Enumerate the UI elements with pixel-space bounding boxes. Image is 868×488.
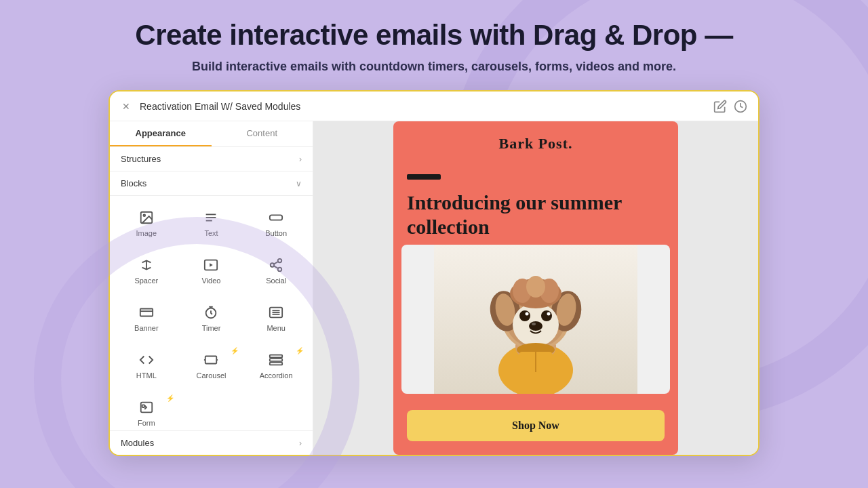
editor-titlebar: ✕ Reactivation Email W/ Saved Modules (110, 92, 758, 121)
form-label: Form (138, 419, 155, 427)
tab-content[interactable]: Content (212, 121, 313, 146)
svg-marker-9 (210, 263, 214, 267)
modules-label: Modules (121, 438, 154, 448)
banner-icon (139, 305, 154, 320)
blocks-section[interactable]: Blocks ∨ (110, 171, 313, 196)
block-accordion[interactable]: ⚡ Accordion (245, 344, 307, 388)
blocks-grid: Image Text (110, 196, 313, 430)
menu-label: Menu (267, 324, 285, 332)
svg-rect-26 (270, 355, 282, 358)
video-label: Video (202, 277, 221, 285)
block-spacer[interactable]: Spacer (115, 249, 178, 293)
video-icon (203, 258, 218, 272)
social-label: Social (266, 277, 286, 285)
block-timer[interactable]: Timer (180, 296, 243, 341)
svg-point-10 (278, 259, 282, 263)
spacer-icon (139, 258, 154, 272)
carousel-label: Carousel (196, 371, 226, 380)
sidebar: Appearance Content Structures › Blocks ∨ (110, 121, 313, 455)
cta-button[interactable]: Shop Now (407, 410, 665, 441)
carousel-icon (203, 352, 218, 367)
tab-appearance[interactable]: Appearance (110, 121, 212, 146)
svg-point-46 (532, 323, 536, 325)
svg-point-41 (519, 310, 530, 321)
spacer-label: Spacer (134, 277, 158, 285)
svg-line-14 (274, 262, 278, 264)
svg-line-13 (274, 266, 278, 268)
dog-illustration (401, 245, 670, 394)
block-html[interactable]: HTML (115, 344, 178, 388)
carousel-lightning: ⚡ (231, 347, 239, 354)
text-label: Text (204, 229, 218, 237)
svg-point-42 (541, 310, 552, 321)
editor-window: ✕ Reactivation Email W/ Saved Modules (108, 90, 760, 456)
structures-section[interactable]: Structures › (110, 147, 313, 171)
svg-rect-30 (142, 405, 144, 407)
block-carousel[interactable]: ⚡ Carousel (180, 344, 243, 388)
menu-icon (269, 305, 283, 320)
svg-point-12 (278, 268, 282, 272)
svg-rect-15 (140, 309, 153, 317)
email-header: Bark Post. (393, 121, 678, 166)
edit-icon[interactable] (713, 100, 727, 113)
text-icon (203, 210, 218, 225)
svg-point-45 (529, 321, 542, 331)
timer-label: Timer (202, 324, 221, 332)
html-label: HTML (136, 371, 157, 380)
button-label: Button (265, 229, 287, 237)
block-text[interactable]: Text (180, 201, 243, 246)
svg-point-43 (526, 312, 529, 316)
modules-arrow: › (299, 439, 302, 448)
form-lightning: ⚡ (166, 394, 174, 402)
button-icon (269, 210, 283, 225)
email-accent-bar (407, 174, 441, 180)
sidebar-tabs: Appearance Content (110, 121, 313, 147)
svg-point-50 (526, 276, 545, 298)
email-preview: Bark Post. Introducing our summer collec… (393, 121, 678, 455)
timer-icon (203, 305, 218, 320)
email-headline: Introducing our summer collection (393, 190, 678, 239)
svg-point-2 (143, 214, 145, 216)
block-banner[interactable]: Banner (115, 296, 178, 341)
svg-rect-28 (270, 363, 282, 365)
canvas-area: Bark Post. Introducing our summer collec… (313, 121, 758, 455)
form-icon (139, 400, 154, 415)
accordion-icon (269, 352, 283, 367)
image-icon (139, 210, 154, 225)
editor-title: Reactivation Email W/ Saved Modules (140, 101, 705, 112)
block-button[interactable]: Button (245, 201, 307, 246)
email-brand: Bark Post. (407, 135, 665, 152)
editor-body: Appearance Content Structures › Blocks ∨ (110, 121, 758, 455)
svg-point-44 (547, 312, 551, 316)
social-icon (269, 258, 283, 272)
page-subheadline: Build interactive emails with countdown … (192, 60, 676, 74)
block-social[interactable]: Social (245, 249, 307, 293)
blocks-label: Blocks (121, 178, 146, 188)
block-image[interactable]: Image (115, 201, 178, 246)
block-menu[interactable]: Menu (245, 296, 307, 341)
page-wrapper: Create interactive emails with Drag & Dr… (0, 0, 868, 488)
block-video[interactable]: Video (180, 249, 243, 293)
svg-rect-23 (205, 357, 217, 364)
accordion-lightning: ⚡ (296, 347, 304, 354)
email-image (401, 245, 670, 394)
accordion-label: Accordion (260, 371, 293, 380)
banner-label: Banner (134, 324, 158, 332)
structures-arrow: › (299, 155, 302, 164)
svg-rect-27 (270, 359, 282, 361)
image-label: Image (136, 229, 157, 237)
titlebar-icons (713, 100, 747, 113)
html-icon (139, 352, 154, 367)
email-cta: Shop Now (393, 399, 678, 455)
page-headline: Create interactive emails with Drag & Dr… (135, 19, 732, 52)
structures-label: Structures (121, 154, 161, 164)
svg-rect-6 (270, 215, 282, 220)
block-form[interactable]: ⚡ Form (115, 391, 178, 430)
svg-point-11 (271, 263, 275, 267)
blocks-arrow: ∨ (296, 179, 302, 188)
history-icon[interactable] (734, 100, 747, 113)
close-button[interactable]: ✕ (121, 101, 132, 112)
modules-section[interactable]: Modules › (110, 430, 313, 455)
